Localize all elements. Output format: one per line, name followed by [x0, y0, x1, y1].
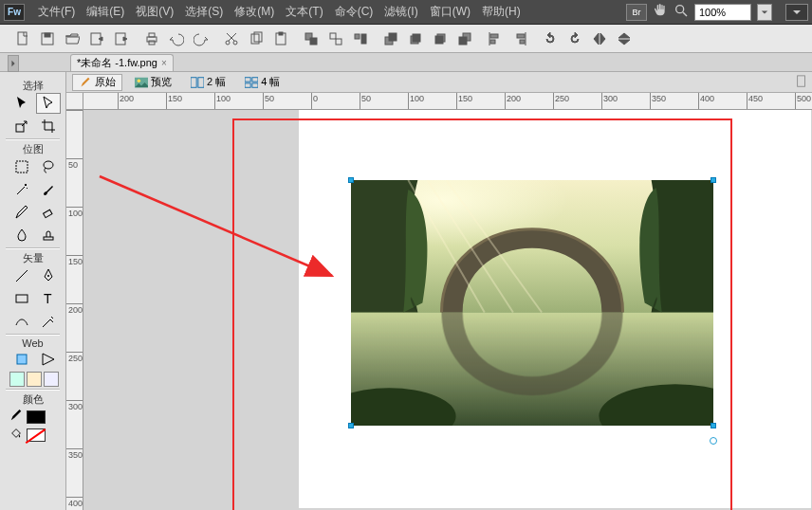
svg-rect-15: [279, 32, 283, 35]
pencil-tool[interactable]: [9, 202, 34, 223]
redo-button[interactable]: [192, 29, 211, 48]
resize-handle-se[interactable]: [710, 423, 716, 428]
paste-button[interactable]: [271, 29, 290, 48]
import-button[interactable]: [87, 29, 106, 48]
send-backward-button[interactable]: [431, 29, 450, 48]
canvas-area[interactable]: 原始 预览 2 幅 4 幅 20015010050050100150200250…: [66, 72, 812, 510]
hand-icon[interactable]: [653, 3, 668, 21]
marquee-tool[interactable]: [9, 156, 34, 177]
line-tool[interactable]: [9, 265, 34, 286]
flip-v-button[interactable]: [615, 29, 634, 48]
copy-button[interactable]: [247, 29, 266, 48]
svg-rect-35: [520, 40, 525, 44]
menu-commands[interactable]: 命令(C): [329, 0, 379, 24]
flip-h-button[interactable]: [590, 29, 609, 48]
save-button[interactable]: [38, 29, 57, 48]
stroke-swatch[interactable]: [27, 410, 46, 424]
search-icon[interactable]: [674, 3, 689, 21]
menu-text[interactable]: 文本(T): [280, 0, 328, 24]
menu-bar: Fw 文件(F) 编辑(E) 视图(V) 选择(S) 修改(M) 文本(T) 命…: [0, 0, 812, 25]
resize-handle-sw[interactable]: [348, 423, 354, 428]
group-button[interactable]: [302, 29, 321, 48]
tools-section-colors: 颜色: [4, 392, 62, 407]
align-left-button[interactable]: [486, 29, 505, 48]
rotate-handle[interactable]: [710, 437, 717, 445]
menu-edit[interactable]: 编辑(E): [81, 0, 130, 24]
bridge-button[interactable]: Br: [626, 4, 647, 21]
two-up-icon: [191, 77, 204, 88]
view-tab-4up[interactable]: 4 幅: [238, 74, 286, 91]
ruler-horizontal[interactable]: 2001501005005010015020025030035040045050…: [83, 93, 812, 110]
view-tab-original[interactable]: 原始: [72, 74, 122, 91]
view-tab-2up[interactable]: 2 幅: [184, 74, 232, 91]
slice-tool[interactable]: [36, 349, 61, 370]
eraser-tool[interactable]: [36, 202, 61, 223]
magic-wand-tool[interactable]: [9, 179, 34, 200]
align-button[interactable]: [351, 29, 370, 48]
menu-file[interactable]: 文件(F): [32, 0, 81, 24]
svg-text:T: T: [44, 291, 52, 306]
blur-tool[interactable]: [9, 225, 34, 246]
scale-tool[interactable]: [9, 116, 34, 137]
brush-tool[interactable]: [36, 179, 61, 200]
freeform-tool[interactable]: [9, 311, 34, 332]
zoom-dropdown[interactable]: [757, 4, 772, 21]
tools-section-select: 选择: [4, 79, 62, 93]
four-up-icon: [245, 77, 258, 88]
rotate-ccw-button[interactable]: [541, 29, 560, 48]
close-tab-icon[interactable]: ×: [161, 58, 167, 68]
svg-rect-43: [16, 295, 28, 302]
open-button[interactable]: [63, 29, 82, 48]
export-button[interactable]: [112, 29, 131, 48]
workspace-switcher[interactable]: [785, 4, 808, 21]
bring-forward-button[interactable]: [406, 29, 425, 48]
menu-filters[interactable]: 滤镜(I): [378, 0, 423, 24]
svg-rect-8: [149, 33, 155, 37]
crop-tool[interactable]: [36, 116, 61, 137]
resize-handle-ne[interactable]: [710, 177, 716, 183]
menu-window[interactable]: 窗口(W): [424, 0, 476, 24]
selected-image[interactable]: [351, 180, 713, 426]
document-tab[interactable]: *未命名 -1.fw.png ×: [70, 54, 174, 71]
menu-select[interactable]: 选择(S): [179, 0, 229, 24]
panel-expand-handle[interactable]: [8, 55, 19, 72]
rectangle-tool[interactable]: [9, 288, 34, 309]
svg-rect-40: [44, 237, 53, 240]
app-logo: Fw: [4, 4, 25, 21]
view-tab-preview[interactable]: 预览: [128, 74, 178, 91]
new-doc-button[interactable]: [13, 29, 32, 48]
print-button[interactable]: [142, 29, 161, 48]
slice-overlay-button[interactable]: [44, 372, 59, 387]
document-tab-title: *未命名 -1.fw.png: [77, 56, 157, 70]
lasso-tool[interactable]: [36, 156, 61, 177]
knife-tool[interactable]: [36, 311, 61, 332]
pen-tool[interactable]: [36, 265, 61, 286]
subselect-tool[interactable]: [36, 93, 61, 114]
svg-rect-53: [252, 82, 258, 86]
cut-button[interactable]: [222, 29, 241, 48]
menu-help[interactable]: 帮助(H): [476, 0, 526, 24]
rubber-stamp-tool[interactable]: [36, 225, 61, 246]
menu-modify[interactable]: 修改(M): [229, 0, 280, 24]
svg-point-47: [138, 79, 141, 82]
rotate-cw-button[interactable]: [565, 29, 584, 48]
ruler-origin[interactable]: [66, 93, 83, 110]
pointer-tool[interactable]: [9, 93, 34, 114]
bring-front-button[interactable]: [381, 29, 400, 48]
hide-slices-button[interactable]: [9, 372, 25, 387]
send-back-button[interactable]: [455, 29, 474, 48]
zoom-level[interactable]: 100%: [694, 4, 751, 21]
fill-swatch[interactable]: [27, 428, 46, 442]
undo-button[interactable]: [167, 29, 186, 48]
hotspot-tool[interactable]: [9, 349, 34, 370]
ruler-vertical[interactable]: 50100150200250300350400: [66, 110, 83, 510]
show-slices-button[interactable]: [27, 372, 42, 387]
ungroup-button[interactable]: [326, 29, 345, 48]
pencil-icon: [79, 77, 92, 88]
align-right-button[interactable]: [510, 29, 529, 48]
resize-handle-nw[interactable]: [348, 177, 354, 183]
page-options-icon[interactable]: [795, 75, 808, 88]
text-tool[interactable]: T: [36, 288, 61, 309]
svg-point-11: [233, 41, 237, 45]
menu-view[interactable]: 视图(V): [130, 0, 179, 24]
